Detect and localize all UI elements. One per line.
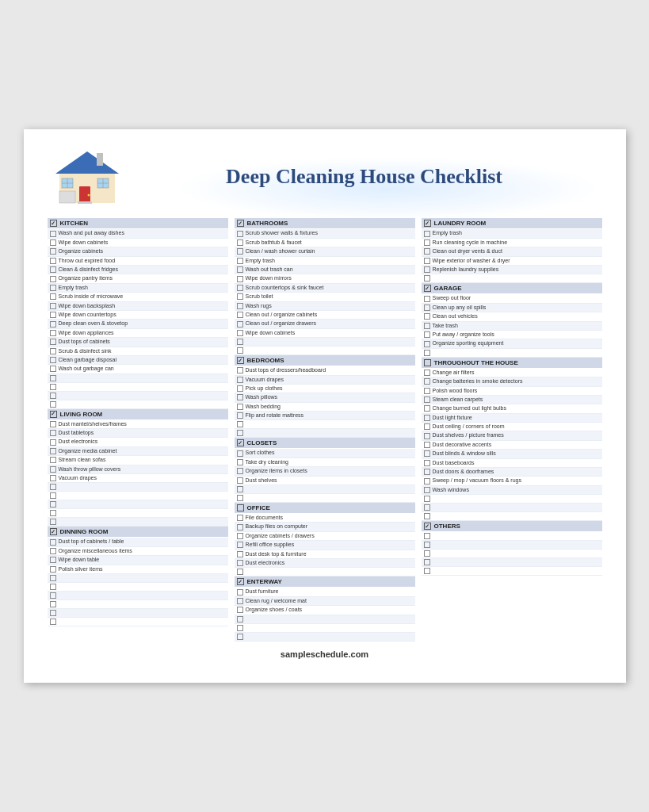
item-checkbox[interactable] (424, 396, 430, 403)
section-checkbox[interactable] (50, 528, 57, 535)
item-checkbox[interactable] (50, 266, 56, 273)
item-checkbox[interactable] (50, 285, 56, 291)
item-checkbox[interactable] (237, 589, 243, 596)
item-checkbox[interactable] (50, 430, 56, 436)
item-checkbox[interactable] (424, 341, 430, 347)
section-checkbox[interactable] (237, 357, 244, 364)
item-checkbox[interactable] (237, 276, 243, 282)
empty-checkbox[interactable] (237, 430, 243, 436)
empty-checkbox[interactable] (50, 492, 56, 499)
item-checkbox[interactable] (237, 367, 243, 373)
item-checkbox[interactable] (424, 460, 430, 466)
item-checkbox[interactable] (50, 466, 56, 473)
item-checkbox[interactable] (237, 477, 243, 484)
item-checkbox[interactable] (237, 450, 243, 457)
item-checkbox[interactable] (424, 331, 430, 338)
item-checkbox[interactable] (424, 415, 430, 421)
empty-checkbox[interactable] (237, 495, 243, 501)
item-checkbox[interactable] (237, 533, 243, 539)
section-checkbox[interactable] (237, 578, 244, 585)
item-checkbox[interactable] (237, 560, 243, 566)
item-checkbox[interactable] (237, 404, 243, 410)
item-checkbox[interactable] (424, 442, 430, 448)
item-checkbox[interactable] (50, 548, 56, 554)
empty-checkbox[interactable] (424, 542, 430, 548)
empty-checkbox[interactable] (50, 501, 56, 508)
item-checkbox[interactable] (424, 405, 430, 412)
item-checkbox[interactable] (237, 542, 243, 548)
item-checkbox[interactable] (50, 248, 56, 255)
empty-checkbox[interactable] (237, 569, 243, 575)
section-checkbox[interactable] (424, 220, 431, 227)
item-checkbox[interactable] (50, 366, 56, 372)
empty-checkbox[interactable] (424, 550, 430, 557)
item-checkbox[interactable] (50, 330, 56, 336)
item-checkbox[interactable] (237, 248, 243, 255)
empty-checkbox[interactable] (237, 634, 243, 640)
item-checkbox[interactable] (424, 469, 430, 475)
item-checkbox[interactable] (50, 293, 56, 300)
item-checkbox[interactable] (424, 370, 430, 376)
item-checkbox[interactable] (237, 303, 243, 309)
item-checkbox[interactable] (50, 357, 56, 363)
item-checkbox[interactable] (237, 551, 243, 557)
item-checkbox[interactable] (237, 231, 243, 237)
item-checkbox[interactable] (50, 312, 56, 318)
item-checkbox[interactable] (50, 439, 56, 446)
item-checkbox[interactable] (424, 450, 430, 457)
item-checkbox[interactable] (424, 304, 430, 311)
item-checkbox[interactable] (424, 296, 430, 302)
empty-checkbox[interactable] (424, 496, 430, 502)
empty-checkbox[interactable] (50, 610, 56, 616)
empty-checkbox[interactable] (424, 275, 430, 282)
empty-checkbox[interactable] (237, 625, 243, 631)
item-checkbox[interactable] (50, 231, 56, 237)
item-checkbox[interactable] (50, 303, 56, 309)
empty-checkbox[interactable] (50, 484, 56, 490)
section-checkbox[interactable] (237, 439, 244, 446)
item-checkbox[interactable] (50, 566, 56, 573)
empty-checkbox[interactable] (50, 575, 56, 581)
item-checkbox[interactable] (424, 266, 430, 273)
empty-checkbox[interactable] (50, 375, 56, 381)
item-checkbox[interactable] (50, 348, 56, 354)
item-checkbox[interactable] (50, 457, 56, 463)
item-checkbox[interactable] (424, 248, 430, 255)
empty-checkbox[interactable] (237, 421, 243, 427)
empty-checkbox[interactable] (424, 513, 430, 519)
empty-checkbox[interactable] (237, 347, 243, 354)
section-checkbox[interactable] (424, 359, 431, 366)
item-checkbox[interactable] (237, 598, 243, 604)
item-checkbox[interactable] (237, 293, 243, 300)
empty-checkbox[interactable] (50, 584, 56, 590)
item-checkbox[interactable] (424, 239, 430, 246)
empty-checkbox[interactable] (424, 350, 430, 356)
item-checkbox[interactable] (237, 266, 243, 273)
item-checkbox[interactable] (424, 323, 430, 329)
item-checkbox[interactable] (424, 231, 430, 237)
item-checkbox[interactable] (237, 412, 243, 419)
empty-checkbox[interactable] (424, 568, 430, 574)
item-checkbox[interactable] (237, 285, 243, 291)
empty-checkbox[interactable] (237, 486, 243, 492)
item-checkbox[interactable] (424, 487, 430, 493)
empty-checkbox[interactable] (424, 559, 430, 565)
empty-checkbox[interactable] (237, 616, 243, 622)
item-checkbox[interactable] (50, 448, 56, 454)
section-checkbox[interactable] (50, 411, 57, 418)
item-checkbox[interactable] (424, 378, 430, 385)
item-checkbox[interactable] (50, 239, 56, 246)
empty-checkbox[interactable] (50, 401, 56, 408)
item-checkbox[interactable] (50, 475, 56, 481)
item-checkbox[interactable] (50, 539, 56, 546)
item-checkbox[interactable] (50, 321, 56, 327)
section-checkbox[interactable] (237, 220, 244, 227)
item-checkbox[interactable] (237, 258, 243, 264)
item-checkbox[interactable] (50, 421, 56, 427)
item-checkbox[interactable] (424, 423, 430, 430)
section-checkbox[interactable] (237, 504, 244, 511)
section-checkbox[interactable] (424, 285, 431, 292)
empty-checkbox[interactable] (50, 510, 56, 516)
section-checkbox[interactable] (50, 220, 57, 227)
item-checkbox[interactable] (237, 607, 243, 613)
